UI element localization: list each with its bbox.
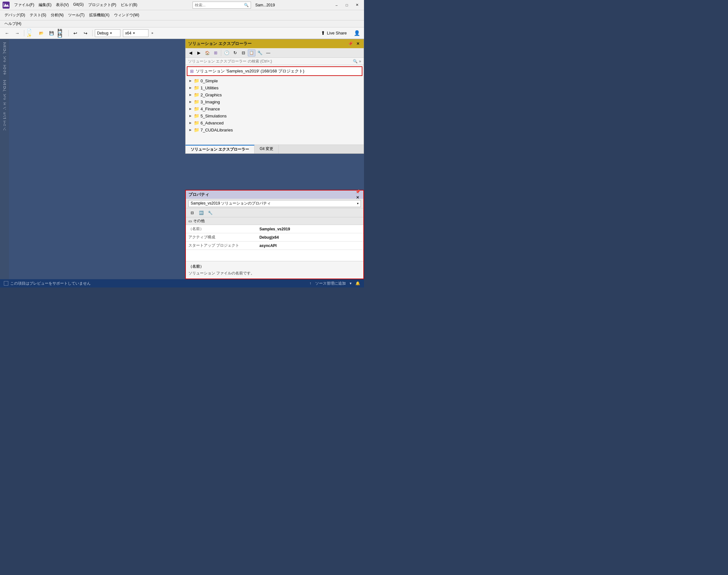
menu-git[interactable]: Git(G) [71,2,86,8]
panel-close-button[interactable]: ✕ [355,41,361,46]
tree-item-6[interactable]: ▶ 📁 6_Advanced [186,119,364,126]
menu-help[interactable]: ヘルプ(H) [3,21,23,27]
refresh-button[interactable]: ↻ [231,49,239,57]
toolbar-separator-1 [24,30,24,36]
back-button[interactable]: ← [3,29,11,37]
prop-pin-button[interactable]: 📌 [354,189,361,195]
more-options-button[interactable]: » [150,29,155,37]
status-checkbox[interactable] [4,281,8,285]
sidebar-tab-team-explorer[interactable]: チームエクスプローラー [1,42,8,80]
pin-button[interactable]: 📌 [347,41,353,46]
menu-file[interactable]: ファイル(F) [12,2,36,8]
prop-row-config[interactable]: アクティブ構成 Debug|x64 [186,233,363,242]
folder-icon-0: 📁 [194,78,199,83]
debug-config-dropdown[interactable]: Debug ▾ [95,29,120,37]
tree-item-label-0: 0_Simple [200,78,218,83]
pin-to-active-button[interactable]: — [264,49,272,57]
properties-button[interactable]: 🔧 [256,49,264,57]
tree-item-0[interactable]: ▶ 📁 0_Simple [186,77,364,84]
prop-settings-button[interactable]: 🔧 [206,209,214,216]
tab-solution-explorer[interactable]: ソリューション エクスプローラー [186,145,254,154]
solution-search-input[interactable] [188,59,353,64]
tree-item-2[interactable]: ▶ 📁 2_Graphics [186,91,364,98]
back-nav-button[interactable]: ◀ [187,49,194,57]
minimize-button[interactable]: – [332,2,341,8]
menu-extensions[interactable]: 拡張機能(X) [87,12,112,19]
home-button[interactable]: 🏠 [203,49,211,57]
platform-label: x64 [125,31,131,35]
user-account-button[interactable]: 👤 [352,29,361,37]
redo-button[interactable]: ↪ [81,29,90,37]
prop-row-name[interactable]: （名前） Samples_vs2019 [186,225,363,233]
solution-root-node[interactable]: ⊞ ソリューション 'Samples_vs2019' (168/168 プロジェ… [187,66,362,76]
new-file-button[interactable]: 📄✨ [27,29,35,37]
menu-build[interactable]: ビルド(B) [119,2,139,8]
menu-bar-third-row: ヘルプ(H) [3,21,23,27]
properties-section-header: ▭ その他 [186,217,363,225]
properties-section-label: その他 [193,218,205,224]
collapse-button[interactable]: ⊟ [240,49,247,57]
menu-bar: ファイル(F) 編集(E) 表示(V) Git(G) プロジェクト(P) ビルド… [12,2,139,8]
platform-dropdown[interactable]: x64 ▾ [123,29,149,37]
tab-git-changes[interactable]: Git 変更 [254,145,279,154]
save-all-button[interactable]: 💾💾 [57,29,66,37]
save-button[interactable]: 💾 [47,29,56,37]
properties-dropdown[interactable]: Samples_vs2019 ソリューションのプロパティ ▾ [188,200,361,207]
tree-item-7[interactable]: ▶ 📁 7_CUDALibraries [186,126,364,133]
global-search-box[interactable]: 🔍 [193,2,251,9]
prop-value-config: Debug|x64 [257,233,363,242]
status-arrow-down-icon: ▾ [350,281,352,285]
close-button[interactable]: ✕ [352,2,361,8]
open-file-button[interactable]: 📂 [37,29,46,37]
menu-window[interactable]: ウィンドウ(W) [112,12,141,19]
fwd-nav-button[interactable]: ▶ [195,49,203,57]
main-toolbar: ← → 📄✨ 📂 💾 💾💾 ↩ ↪ Debug ▾ x64 ▾ » ⬆ Live… [0,28,364,39]
menu-bar-row3: ヘルプ(H) [0,21,364,28]
toolbar-separator-3 [92,30,93,36]
panel-search-expand-icon: » [359,59,361,64]
menu-tools[interactable]: ツール(T) [66,12,86,19]
folder-icon-2: 📁 [194,92,199,97]
tree-item-label-6: 6_Advanced [200,121,223,125]
tree-item-label-2: 2_Graphics [200,93,222,97]
folder-icon-4: 📁 [194,106,199,111]
properties-panel: プロパティ 📌 ✕ Samples_vs2019 ソリューションのプロパティ ▾… [185,190,364,279]
prop-categorized-button[interactable]: ⊟ [188,209,196,216]
notification-bell-icon[interactable]: 🔔 [355,281,360,285]
live-share-button[interactable]: ⬆ Live Share [318,29,350,37]
live-share-label: Live Share [327,31,347,35]
solution-explorer-title: ソリューション エクスプローラー [188,41,347,46]
sidebar-tab-solution-explorer[interactable]: ソリューション エクスプローラー [1,80,8,135]
tree-item-5[interactable]: ▶ 📁 5_Simulations [186,112,364,119]
main-area: チームエクスプローラー ソリューション エクスプローラー ソリューション エクス… [0,39,364,288]
expand-arrow-7: ▶ [188,128,193,132]
menu-view[interactable]: 表示(V) [54,2,70,8]
global-search-input[interactable] [195,3,243,7]
tree-item-1[interactable]: ▶ 📁 1_Utilities [186,84,364,91]
prop-row-startup[interactable]: スタートアップ プロジェクト asyncAPI [186,242,363,250]
menu-debug[interactable]: デバッグ(D) [3,12,27,19]
prop-label-config: アクティブ構成 [186,233,257,242]
prop-alphabetical-button[interactable]: 🔤 [197,209,205,216]
search-icon: 🔍 [244,3,249,7]
tree-item-label-4: 4_Finance [200,107,220,111]
menu-project[interactable]: プロジェクト(P) [86,2,118,8]
window-title-display: Sam...2019 [254,1,279,9]
menu-test[interactable]: テスト(S) [28,12,48,19]
restore-button[interactable]: □ [342,2,351,8]
undo-button[interactable]: ↩ [71,29,80,37]
forward-button[interactable]: → [13,29,22,37]
prop-desc-title: （名前） [188,264,361,269]
tree-item-4[interactable]: ▶ 📁 4_Finance [186,105,364,112]
show-all-files-button[interactable]: 📋 [248,49,255,57]
folder-icon-6: 📁 [194,120,199,125]
menu-analyze[interactable]: 分析(N) [49,12,66,19]
history-button[interactable]: 🕐 [223,49,230,57]
solution-explorer-toolbar: ◀ ▶ 🏠 ⊞ 🕐 ↻ ⊟ 📋 🔧 — [186,48,364,58]
tree-item-3[interactable]: ▶ 📁 3_Imaging [186,98,364,105]
menu-edit[interactable]: 編集(E) [37,2,53,8]
svg-rect-1 [3,3,4,7]
vs-icon-button[interactable]: ⊞ [212,49,219,57]
debug-config-arrow-icon: ▾ [110,31,112,35]
tree-item-label-5: 5_Simulations [200,113,227,119]
